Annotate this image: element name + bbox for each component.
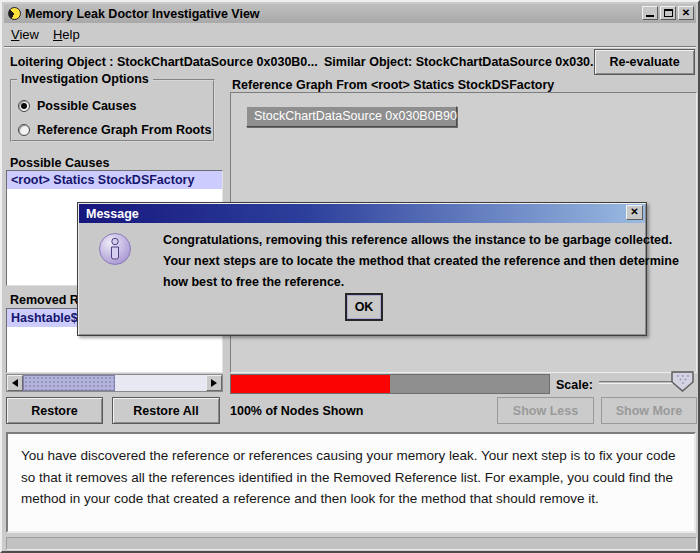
help-text-panel: You have discovered the reference or ref… <box>6 432 696 533</box>
minimize-button[interactable] <box>642 6 658 20</box>
application-window: Memory Leak Doctor Investigative View ✕ … <box>0 0 700 553</box>
info-icon <box>97 231 133 267</box>
status-strip <box>6 537 697 550</box>
show-more-button[interactable]: Show More <box>601 397 697 424</box>
scrollbar-thumb[interactable] <box>23 375 115 391</box>
dialog-title-bar: Message <box>79 204 645 223</box>
scroll-left-icon <box>12 379 18 387</box>
scroll-left-button[interactable] <box>7 375 23 391</box>
dialog-message-line: Your next steps are to locate the method… <box>163 251 679 272</box>
menu-bar: View Help <box>4 23 696 47</box>
progress-red-segment <box>231 375 390 393</box>
close-button[interactable]: ✕ <box>678 6 694 20</box>
node-progress-bar <box>230 374 550 394</box>
horizontal-scrollbar[interactable] <box>6 374 223 392</box>
list-item[interactable]: <root> Statics StockDSFactory <box>7 171 222 189</box>
scroll-right-button[interactable] <box>206 375 222 391</box>
dialog-message: Congratulations, removing this reference… <box>163 230 679 293</box>
dialog-title: Message <box>86 207 139 221</box>
restore-button[interactable]: Restore <box>6 397 103 424</box>
scroll-right-icon <box>211 379 217 387</box>
loitering-object-label: Loitering Object : StockChartDataSource … <box>10 55 318 69</box>
close-icon: ✕ <box>679 7 693 19</box>
radio-possible-causes[interactable]: Possible Causes <box>18 98 136 114</box>
dialog-message-line: how best to free the reference. <box>163 272 679 293</box>
graph-node[interactable]: StockChartDataSource 0x030B0B90 <box>246 106 457 127</box>
dialog-message-line: Congratulations, removing this reference… <box>163 230 679 251</box>
show-less-button[interactable]: Show Less <box>497 397 594 424</box>
radio-selected-icon <box>18 100 30 112</box>
help-text: You have discovered the reference or ref… <box>21 448 676 506</box>
similar-object-label: Similar Object: StockChartDataSource 0x0… <box>324 55 601 69</box>
window-controls: ✕ <box>642 6 694 20</box>
ok-button[interactable]: OK <box>345 293 383 321</box>
removed-references-label: Removed Re <box>10 293 86 307</box>
maximize-button[interactable] <box>660 6 676 20</box>
reevaluate-button[interactable]: Re-evaluate <box>594 49 695 75</box>
radio-reference-graph-roots[interactable]: Reference Graph From Roots <box>18 122 211 138</box>
dialog-close-button[interactable]: ✕ <box>626 205 643 220</box>
nodes-shown-label: 100% of Nodes Shown <box>230 404 363 418</box>
reference-graph-title: Reference Graph From <root> Statics Stoc… <box>232 78 554 92</box>
minimize-icon <box>646 15 654 17</box>
close-icon: ✕ <box>627 206 642 219</box>
window-title: Memory Leak Doctor Investigative View <box>25 7 260 21</box>
app-icon <box>8 7 21 20</box>
title-bar: Memory Leak Doctor Investigative View <box>4 4 696 23</box>
restore-all-button[interactable]: Restore All <box>112 397 220 424</box>
menu-view[interactable]: View <box>4 24 46 45</box>
investigation-options-title: Investigation Options <box>17 72 153 86</box>
scale-slider-thumb[interactable] <box>671 371 695 393</box>
scale-label: Scale: <box>556 378 593 392</box>
possible-causes-label: Possible Causes <box>10 156 109 170</box>
menu-help[interactable]: Help <box>46 24 87 45</box>
maximize-icon <box>664 9 673 17</box>
radio-unselected-icon <box>18 124 30 136</box>
message-dialog: Message ✕ Congratulations, removing this… <box>77 202 647 336</box>
